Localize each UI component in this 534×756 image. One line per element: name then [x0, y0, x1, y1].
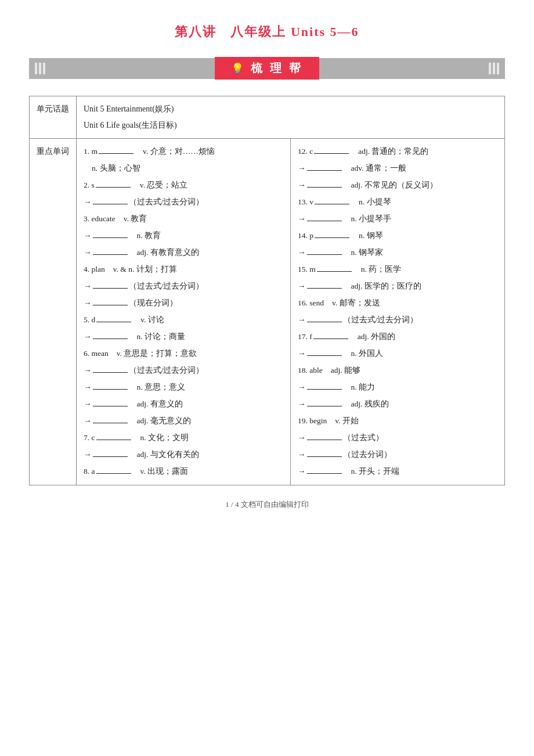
- main-table: 单元话题 Unit 5 Entertainment(娱乐) Unit 6 Lif…: [29, 96, 505, 485]
- blank: [93, 372, 128, 373]
- word-entry-19d: → n. 开头；开端: [298, 463, 497, 479]
- word-entry-19: 19. begin v. 开始: [298, 413, 497, 429]
- blank: [93, 204, 128, 204]
- words-right-column: 12. c adj. 普通的；常见的 → adv. 通常；一般 → adj. 不…: [291, 139, 505, 485]
- blank: [307, 473, 342, 474]
- words-label: 重点单词: [30, 139, 77, 485]
- blank: [93, 288, 128, 289]
- blank: [93, 389, 128, 390]
- blank: [313, 339, 348, 339]
- word-entry-8: 8. a v. 出现；露面: [84, 463, 283, 479]
- blank: [93, 254, 128, 255]
- stripe: [35, 63, 37, 74]
- banner-stripes-right: [489, 63, 499, 74]
- word-entry-1b: n. 头脑；心智: [84, 160, 283, 176]
- blank: [93, 339, 128, 339]
- word-entry-6c: → n. 意思；意义: [84, 379, 283, 395]
- blank: [315, 237, 349, 238]
- blank: [314, 153, 349, 154]
- word-entry-15b: → adj. 医学的；医疗的: [298, 278, 497, 294]
- word-entry-3: 3. educate v. 教育: [84, 211, 283, 226]
- topic-label: 单元话题: [30, 96, 77, 139]
- word-entry-18b: → n. 能力: [298, 379, 497, 395]
- blank: [96, 187, 131, 188]
- banner-line-right: [319, 58, 505, 79]
- blank: [317, 271, 352, 272]
- word-entry-4b: →（过去式/过去分词）: [84, 278, 283, 294]
- word-entry-14: 14. p n. 钢琴: [298, 228, 497, 243]
- stripe: [489, 63, 491, 74]
- word-entry-7b: → adj. 与文化有关的: [84, 447, 283, 462]
- blank: [307, 254, 342, 255]
- word-entry-12: 12. c adj. 普通的；常见的: [298, 143, 497, 159]
- banner-stripes-left: [35, 63, 45, 74]
- blank: [93, 456, 128, 457]
- word-entry-2: 2. s v. 忍受；站立: [84, 177, 283, 193]
- word-entry-18: 18. able adj. 能够: [298, 362, 497, 378]
- banner-text: 梳 理 帮: [251, 60, 303, 76]
- word-entry-3b: → n. 教育: [84, 228, 283, 243]
- word-entry-14b: → n. 钢琴家: [298, 244, 497, 260]
- blank: [307, 406, 342, 406]
- banner-center: 💡 梳 理 帮: [215, 57, 319, 80]
- word-entry-4: 4. plan v. & n. 计划；打算: [84, 261, 283, 277]
- word-entry-19c: →（过去分词）: [298, 447, 497, 462]
- blank: [99, 153, 134, 154]
- word-entry-13: 13. v n. 小提琴: [298, 194, 497, 210]
- blank: [307, 456, 342, 457]
- word-entry-6d: → adj. 有意义的: [84, 396, 283, 412]
- banner-line-left: [29, 58, 215, 79]
- word-entry-16b: →（过去式/过去分词）: [298, 312, 497, 327]
- blank: [93, 305, 128, 305]
- blank: [307, 355, 342, 356]
- word-entry-17: 17. f adj. 外国的: [298, 329, 497, 344]
- blank: [96, 440, 131, 440]
- blank: [96, 322, 131, 322]
- word-entry-17b: → n. 外国人: [298, 345, 497, 361]
- word-entry-1: 1. m v. 介意；对……烦恼: [84, 143, 283, 159]
- words-row: 重点单词 1. m v. 介意；对……烦恼 n. 头脑；心智 2. s v. 忍…: [30, 139, 505, 485]
- blank: [307, 288, 342, 289]
- blank: [307, 221, 342, 221]
- word-entry-12c: → adj. 不常见的（反义词）: [298, 177, 497, 193]
- word-entry-5: 5. d v. 讨论: [84, 312, 283, 327]
- blank: [315, 204, 349, 204]
- word-entry-6b: →（过去式/过去分词）: [84, 362, 283, 378]
- word-entry-4c: →（现在分词）: [84, 295, 283, 311]
- stripe: [497, 63, 499, 74]
- word-entry-6: 6. mean v. 意思是；打算；意欲: [84, 345, 283, 361]
- word-entry-3c: → adj. 有教育意义的: [84, 244, 283, 260]
- blank: [307, 170, 342, 171]
- stripe: [39, 63, 41, 74]
- blank: [307, 389, 342, 390]
- stripe: [493, 63, 495, 74]
- topic-item-1: Unit 5 Entertainment(娱乐): [84, 101, 497, 117]
- banner-icon: 💡: [231, 62, 246, 75]
- word-entry-13b: → n. 小提琴手: [298, 211, 497, 226]
- topic-content: Unit 5 Entertainment(娱乐) Unit 6 Life goa…: [77, 96, 505, 139]
- word-entry-2b: →（过去式/过去分词）: [84, 194, 283, 210]
- blank: [307, 440, 342, 440]
- word-entry-5b: → n. 讨论；商量: [84, 329, 283, 344]
- blank: [93, 237, 128, 238]
- blank: [307, 322, 342, 322]
- blank: [96, 473, 131, 474]
- page-title: 第八讲 八年级上 Units 5—6: [29, 23, 505, 41]
- page-footer: 1 / 4 文档可自由编辑打印: [29, 499, 505, 510]
- blank: [93, 423, 128, 423]
- word-entry-19b: →（过去式）: [298, 430, 497, 445]
- words-left-column: 1. m v. 介意；对……烦恼 n. 头脑；心智 2. s v. 忍受；站立 …: [77, 139, 291, 485]
- word-entry-12b: → adv. 通常；一般: [298, 160, 497, 176]
- topic-row: 单元话题 Unit 5 Entertainment(娱乐) Unit 6 Lif…: [30, 96, 505, 139]
- word-entry-15: 15. m n. 药；医学: [298, 261, 497, 277]
- word-entry-6e: → adj. 毫无意义的: [84, 413, 283, 429]
- blank: [307, 187, 342, 188]
- topic-item-2: Unit 6 Life goals(生活目标): [84, 117, 497, 134]
- word-entry-18c: → adj. 残疾的: [298, 396, 497, 412]
- blank: [93, 406, 128, 406]
- word-entry-16: 16. send v. 邮寄；发送: [298, 295, 497, 311]
- word-entry-7: 7. c n. 文化；文明: [84, 430, 283, 445]
- stripe: [43, 63, 45, 74]
- banner: 💡 梳 理 帮: [29, 57, 505, 80]
